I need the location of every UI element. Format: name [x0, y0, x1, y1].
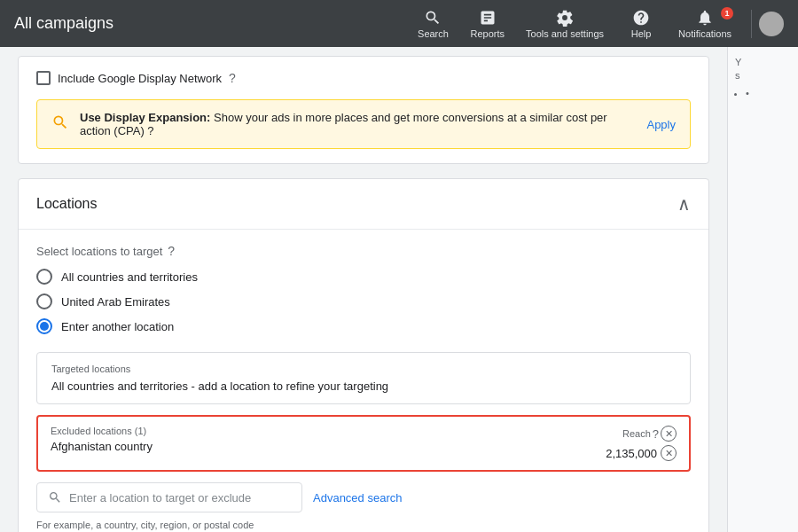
excluded-header-close-icon[interactable]: ✕	[661, 426, 677, 442]
excluded-right-panel: Reach ? ✕ 2,135,000 ✕	[570, 426, 677, 461]
nav-reports-button[interactable]: Reports	[461, 5, 513, 43]
sidebar-tip: Y s •	[735, 56, 791, 100]
select-locations-help-icon: ?	[168, 244, 175, 258]
radio-enter-location[interactable]: Enter another location	[36, 318, 691, 334]
location-search-row: Enter a location to target or exclude Ad…	[36, 482, 691, 512]
radio-circle-all-countries	[36, 269, 52, 285]
banner-title: Use Display Expansion:	[80, 111, 210, 124]
main-content: Include Google Display Network ? Use Dis…	[0, 47, 798, 532]
location-search-input[interactable]: Enter a location to target or exclude	[36, 482, 302, 512]
excluded-reach-label: Reach ? ✕	[622, 426, 677, 442]
nav-icons-group: Search Reports Tools and settings Help	[408, 5, 740, 43]
banner-search-icon	[51, 113, 69, 136]
nav-notifications-label: Notifications	[678, 28, 732, 39]
top-navigation: All campaigns Search Reports Tools and s…	[0, 0, 798, 47]
excluded-label: Excluded locations (1)	[51, 426, 570, 436]
nav-search-button[interactable]: Search	[408, 5, 458, 43]
apply-button[interactable]: Apply	[646, 118, 676, 131]
display-network-checkbox-row: Include Google Display Network ?	[36, 71, 691, 85]
locations-header: Locations ∧	[19, 179, 708, 230]
locations-title: Locations	[36, 196, 98, 212]
tools-icon	[556, 9, 574, 27]
radio-circle-uae	[36, 293, 52, 309]
select-locations-label: Select locations to target ?	[36, 244, 691, 258]
excluded-locations-box: Excluded locations (1) Afghanistan count…	[36, 415, 691, 472]
collapse-chevron-icon[interactable]: ∧	[677, 193, 691, 215]
display-network-card: Include Google Display Network ? Use Dis…	[18, 56, 709, 164]
radio-circle-enter-location	[36, 318, 52, 334]
nav-reports-label: Reports	[470, 28, 505, 39]
center-panel: Include Google Display Network ? Use Dis…	[0, 47, 727, 532]
display-expansion-banner: Use Display Expansion: Show your ads in …	[36, 99, 691, 149]
display-network-help-icon[interactable]: ?	[229, 71, 236, 85]
radio-label-all-countries: All countries and territories	[61, 270, 198, 284]
right-sidebar: Y s •	[727, 47, 798, 532]
page-title: All campaigns	[14, 14, 408, 33]
notification-bell-icon	[696, 9, 714, 27]
display-network-label: Include Google Display Network	[58, 72, 222, 85]
location-hint: For example, a country, city, region, or…	[36, 520, 691, 530]
advanced-search-button[interactable]: Advanced search	[313, 491, 402, 505]
location-search-placeholder: Enter a location to target or exclude	[69, 491, 251, 505]
card-inner: Include Google Display Network ? Use Dis…	[19, 57, 708, 163]
reports-icon	[479, 9, 497, 27]
locations-card: Locations ∧ Select locations to target ?…	[18, 178, 709, 532]
excluded-left: Excluded locations (1) Afghanistan count…	[51, 426, 570, 453]
radio-label-enter-location: Enter another location	[61, 320, 174, 333]
account-avatar[interactable]	[759, 12, 784, 36]
banner-text: Use Display Expansion: Show your ads in …	[80, 111, 636, 137]
nav-tools-label: Tools and settings	[526, 28, 604, 39]
targeted-locations-label: Targeted locations	[51, 364, 676, 374]
nav-notifications-button[interactable]: 1 Notifications	[669, 5, 740, 43]
nav-search-label: Search	[418, 28, 449, 39]
excluded-reach-value: 2,135,000 ✕	[606, 445, 677, 461]
search-icon	[424, 9, 442, 27]
display-network-checkbox[interactable]	[36, 71, 51, 85]
nav-help-button[interactable]: Help	[616, 5, 666, 43]
radio-dot-enter-location	[40, 322, 49, 331]
nav-tools-button[interactable]: Tools and settings	[517, 5, 613, 43]
banner-help-icon: ?	[147, 124, 153, 137]
targeted-locations-box: Targeted locations All countries and ter…	[36, 352, 691, 404]
radio-label-uae: United Arab Emirates	[61, 295, 170, 309]
excluded-row-close-icon[interactable]: ✕	[661, 445, 677, 461]
radio-group: All countries and territories United Ara…	[36, 269, 691, 334]
notification-badge: 1	[721, 7, 733, 20]
nav-divider	[751, 10, 752, 38]
locations-body: Select locations to target ? All countri…	[19, 230, 708, 532]
help-icon	[632, 9, 650, 27]
nav-help-label: Help	[631, 28, 652, 39]
reach-help-icon: ?	[653, 427, 659, 441]
radio-uae[interactable]: United Arab Emirates	[36, 293, 691, 309]
location-search-icon	[48, 490, 62, 505]
targeted-locations-value: All countries and territories - add a lo…	[51, 379, 676, 393]
excluded-value: Afghanistan country	[51, 440, 570, 453]
radio-all-countries[interactable]: All countries and territories	[36, 269, 691, 285]
